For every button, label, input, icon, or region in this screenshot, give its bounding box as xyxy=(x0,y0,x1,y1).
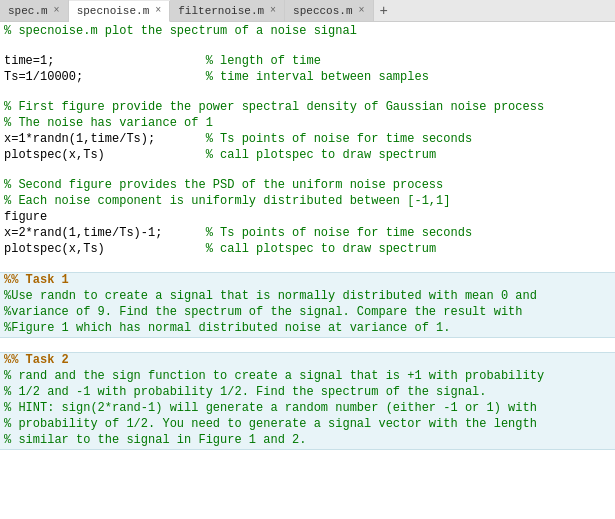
code-text: % specnoise.m plot the spectrum of a noi… xyxy=(4,24,357,38)
tab-specnoise[interactable]: specnoise.m × xyxy=(69,1,171,22)
code-line: % specnoise.m plot the spectrum of a noi… xyxy=(0,24,615,40)
tab-filternoise-label: filternoise.m xyxy=(178,5,264,17)
code-comment: % length of time xyxy=(206,54,321,68)
code-text: % Each noise component is uniformly dist… xyxy=(4,194,450,208)
code-text: %Figure 1 which has normal distributed n… xyxy=(4,321,450,335)
tab-spec-label: spec.m xyxy=(8,5,48,17)
code-text: x=2*rand(1,time/Ts)-1; xyxy=(4,226,206,240)
code-line: % HINT: sign(2*rand-1) will generate a r… xyxy=(0,401,615,417)
code-text: % rand and the sign function to create a… xyxy=(4,369,544,383)
code-line: x=2*rand(1,time/Ts)-1; % Ts points of no… xyxy=(0,226,615,242)
code-line: %Use randn to create a signal that is no… xyxy=(0,289,615,305)
code-text xyxy=(4,338,11,352)
code-comment: % call plotspec to draw spectrum xyxy=(206,242,436,256)
code-text: % Second figure provides the PSD of the … xyxy=(4,178,443,192)
code-line: % Each noise component is uniformly dist… xyxy=(0,194,615,210)
editor-container: spec.m × specnoise.m × filternoise.m × s… xyxy=(0,0,615,519)
code-text: % similar to the signal in Figure 1 and … xyxy=(4,433,306,447)
task2-header: %% Task 2 xyxy=(4,353,69,367)
code-text xyxy=(4,40,11,54)
code-text xyxy=(4,258,11,272)
code-line: figure xyxy=(0,210,615,226)
code-line: Ts=1/10000; % time interval between samp… xyxy=(0,70,615,86)
tab-speccos-label: speccos.m xyxy=(293,5,352,17)
code-text: x=1*randn(1,time/Ts); xyxy=(4,132,206,146)
code-text: % First figure provide the power spectra… xyxy=(4,100,544,114)
code-comment: % Ts points of noise for time seconds xyxy=(206,132,472,146)
code-line xyxy=(0,338,615,352)
task1-section: %% Task 1 %Use randn to create a signal … xyxy=(0,272,615,338)
tab-speccos[interactable]: speccos.m × xyxy=(285,0,373,21)
code-line xyxy=(0,258,615,272)
code-text: %variance of 9. Find the spectrum of the… xyxy=(4,305,522,319)
code-line: %% Task 1 xyxy=(0,273,615,289)
code-text: plotspec(x,Ts) xyxy=(4,242,206,256)
code-text xyxy=(4,86,11,100)
code-text: Ts=1/10000; xyxy=(4,70,206,84)
code-line: %% Task 2 xyxy=(0,353,615,369)
code-comment: % Ts points of noise for time seconds xyxy=(206,226,472,240)
code-line xyxy=(0,40,615,54)
code-line: % 1/2 and -1 with probability 1/2. Find … xyxy=(0,385,615,401)
task2-section: %% Task 2 % rand and the sign function t… xyxy=(0,352,615,450)
code-line xyxy=(0,164,615,178)
code-text: % HINT: sign(2*rand-1) will generate a r… xyxy=(4,401,537,415)
tab-spec-close[interactable]: × xyxy=(54,5,60,16)
code-line: x=1*randn(1,time/Ts); % Ts points of noi… xyxy=(0,132,615,148)
code-line: time=1; % length of time xyxy=(0,54,615,70)
code-line: plotspec(x,Ts) % call plotspec to draw s… xyxy=(0,148,615,164)
code-text: % probability of 1/2. You need to genera… xyxy=(4,417,537,431)
code-text: %Use randn to create a signal that is no… xyxy=(4,289,537,303)
code-text: % 1/2 and -1 with probability 1/2. Find … xyxy=(4,385,486,399)
code-text: figure xyxy=(4,210,47,224)
code-line: plotspec(x,Ts) % call plotspec to draw s… xyxy=(0,242,615,258)
code-text: plotspec(x,Ts) xyxy=(4,148,206,162)
task1-header: %% Task 1 xyxy=(4,273,69,287)
tab-spec[interactable]: spec.m × xyxy=(0,0,69,21)
code-line: %Figure 1 which has normal distributed n… xyxy=(0,321,615,337)
code-area[interactable]: % specnoise.m plot the spectrum of a noi… xyxy=(0,22,615,519)
code-line: % similar to the signal in Figure 1 and … xyxy=(0,433,615,449)
code-line: % rand and the sign function to create a… xyxy=(0,369,615,385)
tab-specnoise-close[interactable]: × xyxy=(155,5,161,16)
tab-speccos-close[interactable]: × xyxy=(359,5,365,16)
code-line: % probability of 1/2. You need to genera… xyxy=(0,417,615,433)
tab-add-button[interactable]: + xyxy=(374,0,394,21)
code-line: % The noise has variance of 1 xyxy=(0,116,615,132)
tab-bar: spec.m × specnoise.m × filternoise.m × s… xyxy=(0,0,615,22)
tab-filternoise-close[interactable]: × xyxy=(270,5,276,16)
code-line: %variance of 9. Find the spectrum of the… xyxy=(0,305,615,321)
code-text xyxy=(4,164,11,178)
code-text: time=1; xyxy=(4,54,206,68)
tab-specnoise-label: specnoise.m xyxy=(77,5,150,17)
tab-filternoise[interactable]: filternoise.m × xyxy=(170,0,285,21)
code-text: % The noise has variance of 1 xyxy=(4,116,213,130)
code-line xyxy=(0,86,615,100)
code-comment: % time interval between samples xyxy=(206,70,429,84)
code-comment: % call plotspec to draw spectrum xyxy=(206,148,436,162)
code-line: % First figure provide the power spectra… xyxy=(0,100,615,116)
code-line: % Second figure provides the PSD of the … xyxy=(0,178,615,194)
